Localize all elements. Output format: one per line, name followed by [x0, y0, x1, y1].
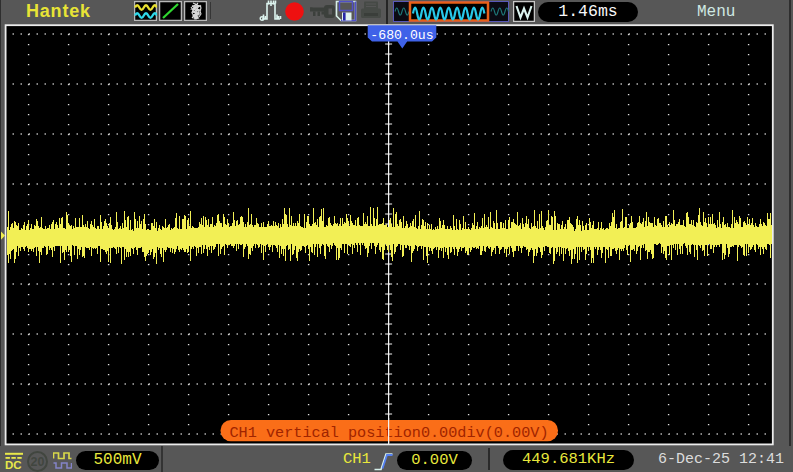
- svg-text:DC: DC: [5, 459, 22, 470]
- svg-text:-680.0us: -680.0us: [370, 28, 433, 43]
- svg-text:20: 20: [31, 455, 45, 469]
